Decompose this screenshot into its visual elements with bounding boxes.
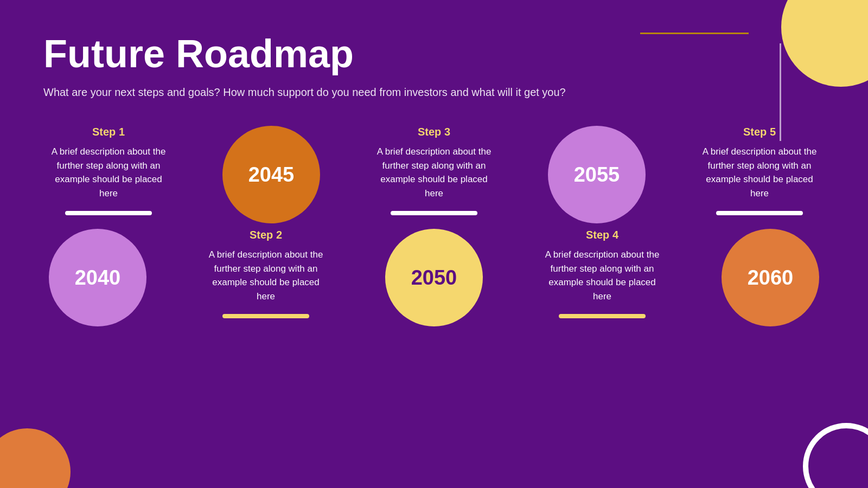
circle-2040-col: 2040 [43, 229, 152, 326]
step-2-col: Step 2 A brief description about the fur… [201, 229, 331, 318]
year-2060: 2060 [748, 266, 794, 290]
circle-2045-col: 2045 [217, 126, 326, 223]
step-2-desc: A brief description about the further st… [206, 248, 326, 303]
roadmap: Step 1 A brief description about the fur… [43, 126, 825, 326]
step-4-desc: A brief description about the further st… [542, 248, 662, 303]
step-1-label: Step 1 [92, 126, 125, 138]
step-3-col: Step 3 A brief description about the fur… [369, 126, 499, 215]
year-2050: 2050 [411, 266, 457, 290]
year-2040: 2040 [75, 266, 121, 290]
step-3-bar [391, 211, 477, 215]
page-content: Future Roadmap What are your next steps … [0, 0, 868, 348]
step-3-label: Step 3 [418, 126, 450, 138]
top-row: Step 1 A brief description about the fur… [43, 126, 825, 223]
deco-circle-bottom-right [803, 423, 868, 488]
step-5-col: Step 5 A brief description about the fur… [694, 126, 825, 215]
circle-2040: 2040 [49, 229, 146, 326]
step-4-label: Step 4 [586, 229, 618, 241]
step-4-bar [559, 314, 646, 318]
year-2045: 2045 [248, 163, 295, 187]
step-2-label: Step 2 [250, 229, 282, 241]
page-title: Future Roadmap [43, 33, 825, 75]
year-2055: 2055 [574, 163, 620, 187]
circle-2045: 2045 [222, 126, 320, 223]
step-5-bar [716, 211, 803, 215]
step-5-desc: A brief description about the further st… [700, 145, 819, 200]
step-5-label: Step 5 [743, 126, 776, 138]
step-1-bar [65, 211, 152, 215]
circle-2055-col: 2055 [542, 126, 651, 223]
step-1-desc: A brief description about the further st… [49, 145, 168, 200]
page-subtitle: What are your next steps and goals? How … [43, 86, 825, 99]
step-1-col: Step 1 A brief description about the fur… [43, 126, 174, 215]
deco-circle-bottom-left [0, 428, 71, 488]
circle-2060: 2060 [722, 229, 819, 326]
circle-2050-col: 2050 [380, 229, 488, 326]
step-4-col: Step 4 A brief description about the fur… [537, 229, 667, 318]
circle-2055: 2055 [548, 126, 646, 223]
circle-2050: 2050 [385, 229, 483, 326]
circle-2060-col: 2060 [716, 229, 825, 326]
step-2-bar [222, 314, 309, 318]
bottom-row: 2040 Step 2 A brief description about th… [43, 229, 825, 326]
step-3-desc: A brief description about the further st… [374, 145, 494, 200]
